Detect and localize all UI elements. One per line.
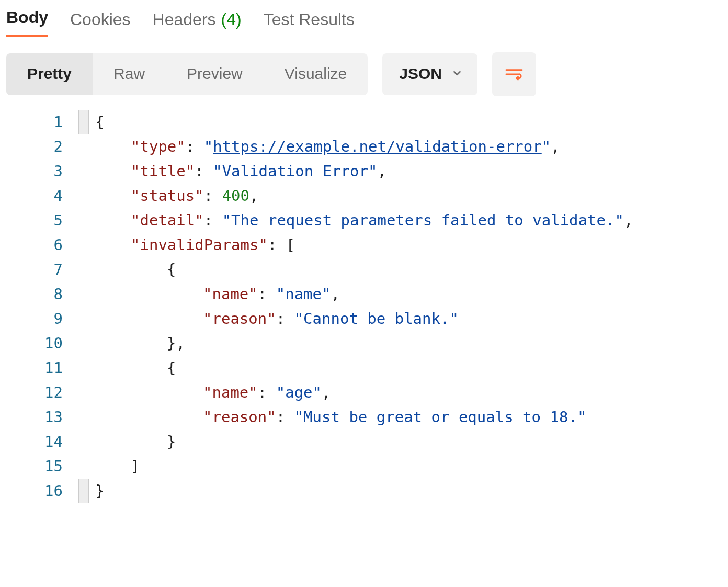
- response-tabs-bar: Body Cookies Headers (4) Test Results: [0, 0, 728, 37]
- fold-gutter[interactable]: [78, 356, 89, 380]
- view-mode-preview-label: Preview: [187, 65, 243, 82]
- code-content: "title": "Validation Error",: [89, 159, 386, 184]
- code-content: {: [89, 257, 176, 282]
- response-json-viewer[interactable]: 1 { 2 "type": "https://example.net/valid…: [0, 96, 728, 503]
- code-line: 7 {: [0, 257, 728, 282]
- code-line: 5 "detail": "The request parameters fail…: [0, 208, 728, 233]
- tab-test-results-label: Test Results: [264, 10, 355, 29]
- code-line: 11 {: [0, 356, 728, 380]
- code-content: "type": "https://example.net/validation-…: [89, 134, 560, 159]
- line-number: 14: [0, 430, 78, 454]
- view-mode-visualize-label: Visualize: [285, 65, 347, 82]
- line-number: 5: [0, 208, 78, 233]
- format-dropdown[interactable]: JSON: [382, 53, 477, 95]
- fold-gutter[interactable]: [78, 257, 89, 282]
- line-number: 12: [0, 380, 78, 405]
- view-mode-pretty-label: Pretty: [27, 65, 72, 82]
- line-number: 15: [0, 454, 78, 479]
- fold-gutter[interactable]: [78, 134, 89, 159]
- code-content: },: [89, 331, 185, 356]
- fold-gutter[interactable]: [78, 233, 89, 257]
- line-number: 8: [0, 282, 78, 307]
- view-mode-raw-label: Raw: [113, 65, 145, 82]
- line-number: 6: [0, 233, 78, 257]
- code-content: "status": 400,: [89, 184, 258, 208]
- tab-test-results[interactable]: Test Results: [264, 7, 355, 37]
- line-number: 16: [0, 479, 78, 503]
- line-number: 7: [0, 257, 78, 282]
- tab-headers[interactable]: Headers (4): [153, 7, 242, 37]
- code-content: ]: [89, 454, 140, 479]
- fold-gutter[interactable]: [78, 159, 89, 184]
- code-line: 2 "type": "https://example.net/validatio…: [0, 134, 728, 159]
- code-content: {: [89, 356, 176, 380]
- line-wrap-button[interactable]: [492, 52, 536, 96]
- code-content: "invalidParams": [: [89, 233, 295, 257]
- code-content: "reason": "Cannot be blank.": [89, 307, 459, 331]
- line-number: 2: [0, 134, 78, 159]
- code-line: 3 "title": "Validation Error",: [0, 159, 728, 184]
- code-line: 1 {: [0, 110, 728, 134]
- code-content: }: [89, 479, 104, 503]
- code-line: 12 "name": "age",: [0, 380, 728, 405]
- tab-headers-label: Headers: [153, 10, 216, 29]
- code-line: 4 "status": 400,: [0, 184, 728, 208]
- body-toolbar: Pretty Raw Preview Visualize JSON: [0, 37, 728, 96]
- chevron-down-icon: [451, 65, 463, 83]
- view-mode-raw[interactable]: Raw: [93, 53, 166, 95]
- tab-body[interactable]: Body: [6, 5, 48, 37]
- code-line: 16 }: [0, 479, 728, 503]
- code-line: 10 },: [0, 331, 728, 356]
- line-number: 1: [0, 110, 78, 134]
- tab-cookies[interactable]: Cookies: [70, 7, 131, 37]
- fold-gutter[interactable]: [78, 405, 89, 430]
- tab-headers-count: (4): [221, 10, 242, 29]
- fold-gutter[interactable]: [78, 454, 89, 479]
- line-number: 13: [0, 405, 78, 430]
- tab-cookies-label: Cookies: [70, 10, 131, 29]
- fold-gutter[interactable]: [78, 380, 89, 405]
- fold-gutter[interactable]: [78, 430, 89, 454]
- code-content: "name": "name",: [89, 282, 340, 307]
- code-line: 14 }: [0, 430, 728, 454]
- line-number: 9: [0, 307, 78, 331]
- code-line: 15 ]: [0, 454, 728, 479]
- code-line: 6 "invalidParams": [: [0, 233, 728, 257]
- view-mode-preview[interactable]: Preview: [166, 53, 264, 95]
- view-mode-segmented: Pretty Raw Preview Visualize: [6, 53, 368, 95]
- fold-gutter[interactable]: [78, 184, 89, 208]
- line-number: 4: [0, 184, 78, 208]
- fold-gutter[interactable]: [78, 307, 89, 331]
- fold-gutter[interactable]: [78, 208, 89, 233]
- line-number: 11: [0, 356, 78, 380]
- code-line: 13 "reason": "Must be great or equals to…: [0, 405, 728, 430]
- code-content: "reason": "Must be great or equals to 18…: [89, 405, 586, 430]
- line-number: 3: [0, 159, 78, 184]
- view-mode-visualize[interactable]: Visualize: [264, 53, 368, 95]
- fold-gutter[interactable]: [78, 331, 89, 356]
- line-number: 10: [0, 331, 78, 356]
- view-mode-pretty[interactable]: Pretty: [6, 53, 93, 95]
- line-wrap-icon: [504, 64, 525, 85]
- fold-gutter[interactable]: [78, 479, 89, 503]
- code-content: }: [89, 430, 176, 454]
- code-line: 8 "name": "name",: [0, 282, 728, 307]
- tab-body-label: Body: [6, 8, 48, 27]
- fold-gutter[interactable]: [78, 110, 89, 134]
- code-line: 9 "reason": "Cannot be blank.": [0, 307, 728, 331]
- code-content: {: [89, 110, 104, 134]
- code-content: "name": "age",: [89, 380, 331, 405]
- format-dropdown-selected: JSON: [399, 65, 442, 83]
- fold-gutter[interactable]: [78, 282, 89, 307]
- json-url-link[interactable]: https://example.net/validation-error: [213, 138, 542, 155]
- code-content: "detail": "The request parameters failed…: [89, 208, 633, 233]
